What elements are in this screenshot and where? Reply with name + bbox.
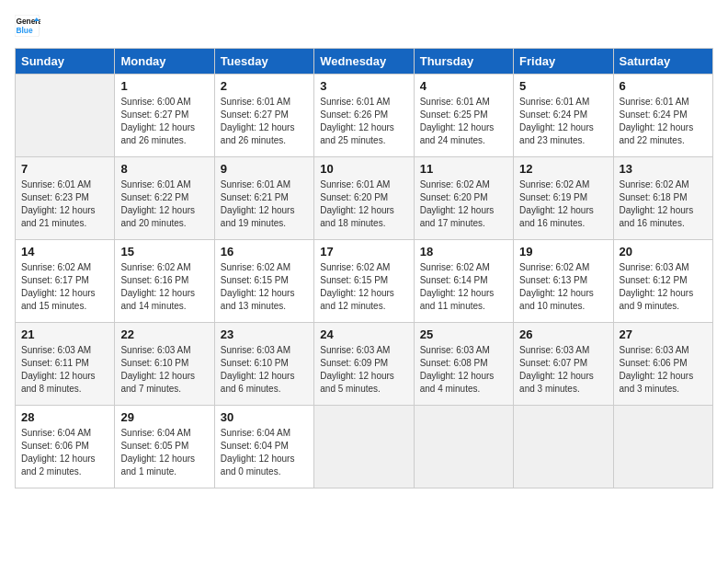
day-info: Sunrise: 6:01 AMSunset: 6:26 PMDaylight:… (320, 96, 407, 147)
calendar-cell: 1Sunrise: 6:00 AMSunset: 6:27 PMDaylight… (115, 75, 214, 157)
day-info: Sunrise: 6:01 AMSunset: 6:25 PMDaylight:… (420, 96, 507, 147)
calendar-cell (16, 75, 115, 157)
day-number: 18 (420, 245, 507, 259)
day-info: Sunrise: 6:01 AMSunset: 6:23 PMDaylight:… (21, 178, 108, 230)
weekday-header: Sunday (16, 49, 115, 75)
day-number: 1 (120, 79, 208, 93)
logo-icon: General Blue (15, 15, 40, 37)
logo: General Blue (15, 15, 44, 37)
day-number: 24 (320, 327, 407, 341)
calendar-cell: 14Sunrise: 6:02 AMSunset: 6:17 PMDayligh… (16, 240, 115, 323)
day-number: 5 (519, 79, 607, 93)
day-number: 6 (620, 79, 707, 93)
day-info: Sunrise: 6:01 AMSunset: 6:24 PMDaylight:… (519, 96, 607, 147)
day-number: 11 (420, 162, 507, 176)
day-number: 30 (221, 410, 308, 424)
day-info: Sunrise: 6:03 AMSunset: 6:10 PMDaylight:… (221, 344, 308, 396)
weekday-header: Tuesday (214, 49, 313, 75)
calendar-cell: 19Sunrise: 6:02 AMSunset: 6:13 PMDayligh… (514, 240, 613, 323)
calendar-cell: 21Sunrise: 6:03 AMSunset: 6:11 PMDayligh… (16, 323, 115, 406)
calendar-cell: 28Sunrise: 6:04 AMSunset: 6:06 PMDayligh… (16, 406, 115, 488)
calendar-cell: 29Sunrise: 6:04 AMSunset: 6:05 PMDayligh… (115, 406, 214, 488)
day-number: 13 (620, 162, 707, 176)
calendar-cell: 17Sunrise: 6:02 AMSunset: 6:15 PMDayligh… (314, 240, 414, 323)
day-number: 26 (519, 327, 607, 341)
calendar-cell: 27Sunrise: 6:03 AMSunset: 6:06 PMDayligh… (613, 323, 712, 406)
day-number: 20 (620, 245, 707, 259)
day-number: 17 (320, 245, 407, 259)
day-info: Sunrise: 6:02 AMSunset: 6:14 PMDaylight:… (420, 261, 507, 313)
day-info: Sunrise: 6:01 AMSunset: 6:20 PMDaylight:… (320, 178, 407, 230)
svg-text:Blue: Blue (16, 26, 32, 35)
day-number: 12 (519, 162, 607, 176)
day-number: 29 (120, 410, 208, 424)
weekday-header: Thursday (414, 49, 513, 75)
calendar-cell: 13Sunrise: 6:02 AMSunset: 6:18 PMDayligh… (613, 157, 712, 240)
calendar-cell: 2Sunrise: 6:01 AMSunset: 6:27 PMDaylight… (214, 75, 313, 157)
day-number: 23 (221, 327, 308, 341)
day-info: Sunrise: 6:01 AMSunset: 6:24 PMDaylight:… (620, 96, 707, 147)
calendar-cell: 26Sunrise: 6:03 AMSunset: 6:07 PMDayligh… (514, 323, 613, 406)
day-info: Sunrise: 6:00 AMSunset: 6:27 PMDaylight:… (120, 96, 208, 147)
day-number: 10 (320, 162, 407, 176)
day-info: Sunrise: 6:02 AMSunset: 6:16 PMDaylight:… (120, 261, 208, 313)
weekday-header: Saturday (613, 49, 712, 75)
day-number: 22 (120, 327, 208, 341)
calendar-cell: 20Sunrise: 6:03 AMSunset: 6:12 PMDayligh… (613, 240, 712, 323)
day-info: Sunrise: 6:01 AMSunset: 6:22 PMDaylight:… (120, 178, 208, 230)
calendar-cell: 24Sunrise: 6:03 AMSunset: 6:09 PMDayligh… (314, 323, 414, 406)
day-info: Sunrise: 6:02 AMSunset: 6:15 PMDaylight:… (320, 261, 407, 313)
day-number: 2 (221, 79, 308, 93)
day-number: 3 (320, 79, 407, 93)
day-info: Sunrise: 6:04 AMSunset: 6:04 PMDaylight:… (221, 427, 308, 478)
weekday-header: Friday (514, 49, 613, 75)
calendar-cell: 9Sunrise: 6:01 AMSunset: 6:21 PMDaylight… (214, 157, 313, 240)
day-number: 21 (21, 327, 108, 341)
calendar-cell: 23Sunrise: 6:03 AMSunset: 6:10 PMDayligh… (214, 323, 313, 406)
day-number: 8 (120, 162, 208, 176)
day-number: 28 (21, 410, 108, 424)
day-info: Sunrise: 6:03 AMSunset: 6:10 PMDaylight:… (120, 344, 208, 396)
day-info: Sunrise: 6:03 AMSunset: 6:12 PMDaylight:… (620, 261, 707, 313)
calendar-cell: 16Sunrise: 6:02 AMSunset: 6:15 PMDayligh… (214, 240, 313, 323)
day-info: Sunrise: 6:03 AMSunset: 6:08 PMDaylight:… (420, 344, 507, 396)
day-info: Sunrise: 6:03 AMSunset: 6:11 PMDaylight:… (21, 344, 108, 396)
day-number: 27 (620, 327, 707, 341)
day-info: Sunrise: 6:02 AMSunset: 6:20 PMDaylight:… (420, 178, 507, 230)
day-info: Sunrise: 6:03 AMSunset: 6:07 PMDaylight:… (519, 344, 607, 396)
calendar-cell (613, 406, 712, 488)
calendar-cell: 30Sunrise: 6:04 AMSunset: 6:04 PMDayligh… (214, 406, 313, 488)
day-info: Sunrise: 6:03 AMSunset: 6:06 PMDaylight:… (620, 344, 707, 396)
day-number: 19 (519, 245, 607, 259)
day-info: Sunrise: 6:02 AMSunset: 6:15 PMDaylight:… (221, 261, 308, 313)
day-info: Sunrise: 6:03 AMSunset: 6:09 PMDaylight:… (320, 344, 407, 396)
weekday-header: Monday (115, 49, 214, 75)
calendar-cell: 12Sunrise: 6:02 AMSunset: 6:19 PMDayligh… (514, 157, 613, 240)
day-number: 7 (21, 162, 108, 176)
calendar-cell: 18Sunrise: 6:02 AMSunset: 6:14 PMDayligh… (414, 240, 513, 323)
calendar-cell: 15Sunrise: 6:02 AMSunset: 6:16 PMDayligh… (115, 240, 214, 323)
calendar-cell: 8Sunrise: 6:01 AMSunset: 6:22 PMDaylight… (115, 157, 214, 240)
day-info: Sunrise: 6:02 AMSunset: 6:19 PMDaylight:… (519, 178, 607, 230)
calendar-cell: 3Sunrise: 6:01 AMSunset: 6:26 PMDaylight… (314, 75, 414, 157)
calendar-cell: 11Sunrise: 6:02 AMSunset: 6:20 PMDayligh… (414, 157, 513, 240)
calendar-cell: 10Sunrise: 6:01 AMSunset: 6:20 PMDayligh… (314, 157, 414, 240)
weekday-header: Wednesday (314, 49, 414, 75)
calendar-cell (414, 406, 513, 488)
day-number: 25 (420, 327, 507, 341)
day-number: 9 (221, 162, 308, 176)
calendar-cell: 7Sunrise: 6:01 AMSunset: 6:23 PMDaylight… (16, 157, 115, 240)
day-info: Sunrise: 6:01 AMSunset: 6:21 PMDaylight:… (221, 178, 308, 230)
day-number: 4 (420, 79, 507, 93)
calendar-cell: 22Sunrise: 6:03 AMSunset: 6:10 PMDayligh… (115, 323, 214, 406)
calendar-cell (514, 406, 613, 488)
day-info: Sunrise: 6:04 AMSunset: 6:06 PMDaylight:… (21, 427, 108, 478)
calendar-table: SundayMondayTuesdayWednesdayThursdayFrid… (15, 48, 713, 488)
calendar-cell (314, 406, 414, 488)
day-number: 14 (21, 245, 108, 259)
day-info: Sunrise: 6:01 AMSunset: 6:27 PMDaylight:… (221, 96, 308, 147)
day-info: Sunrise: 6:02 AMSunset: 6:18 PMDaylight:… (620, 178, 707, 230)
page-header: General Blue (15, 15, 713, 37)
day-number: 16 (221, 245, 308, 259)
day-number: 15 (120, 245, 208, 259)
